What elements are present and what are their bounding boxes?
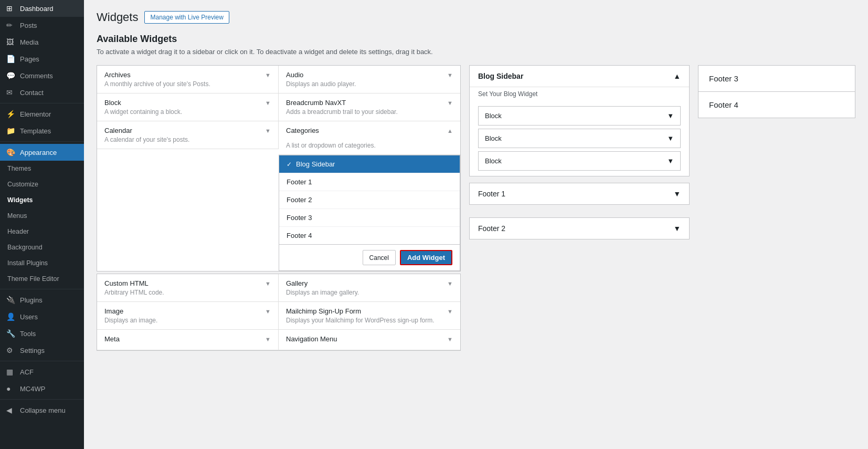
widget-block-name: Block ▼: [104, 99, 271, 107]
sidebar-item-pages[interactable]: 📄 Pages: [0, 50, 84, 67]
cancel-button[interactable]: Cancel: [363, 250, 396, 265]
chevron-down-icon: ▼: [265, 336, 271, 342]
dropdown-item-blog-sidebar[interactable]: ✓ Blog Sidebar: [279, 155, 460, 173]
sidebar-item-label: Tools: [20, 330, 36, 338]
widgets-left-panel: Archives ▼ A monthly archive of your sit…: [97, 65, 461, 351]
footer-2-label: Footer 2: [478, 224, 505, 233]
dropdown-item-footer-2[interactable]: Footer 2: [279, 191, 460, 209]
sidebar-item-theme-file-editor[interactable]: Theme File Editor: [0, 271, 84, 287]
media-icon: 🖼: [6, 38, 16, 46]
dropdown-label: Blog Sidebar: [296, 160, 335, 168]
sidebar-item-install-plugins[interactable]: Install Plugins: [0, 255, 84, 271]
sidebar-item-widgets[interactable]: Widgets: [0, 192, 84, 208]
chevron-down-icon: ▼: [265, 128, 271, 134]
sidebar-item-mc4wp[interactable]: ● MC4WP: [0, 380, 84, 397]
widget-image-desc: Displays an image.: [104, 317, 271, 324]
sidebar-sub-label: Widgets: [7, 196, 33, 204]
settings-icon: ⚙: [6, 346, 16, 354]
widget-breadcrumb-navxt[interactable]: Breadcrumb NavXT ▼ Adds a breadcrumb tra…: [279, 93, 460, 121]
block-row-1[interactable]: Block ▼: [478, 106, 681, 126]
footer-1-panel[interactable]: Footer 1 ▼: [469, 183, 690, 205]
sidebar-divider-3: [0, 289, 84, 289]
widget-block-desc: A widget containing a block.: [104, 108, 271, 116]
widget-mailchimp[interactable]: Mailchimp Sign-Up Form ▼ Displays your M…: [279, 302, 460, 330]
widget-image-name: Image ▼: [104, 307, 271, 315]
widget-meta[interactable]: Meta ▼: [97, 330, 279, 350]
sidebar-item-comments[interactable]: 💬 Comments: [0, 67, 84, 84]
sidebar-item-customize[interactable]: Customize: [0, 176, 84, 192]
sidebar-item-label: Appearance: [20, 149, 57, 156]
widget-block[interactable]: Block ▼ A widget containing a block.: [97, 93, 279, 121]
dropdown-actions: Cancel Add Widget: [279, 245, 460, 271]
sidebar-item-posts[interactable]: ✏ Posts: [0, 17, 84, 34]
chevron-down-icon: ▼: [447, 280, 453, 287]
sidebar-item-acf[interactable]: ▦ ACF: [0, 363, 84, 380]
widget-gallery-desc: Displays an image gallery.: [286, 289, 453, 296]
sidebar-divider-4: [0, 361, 84, 361]
sidebar-item-background[interactable]: Background: [0, 239, 84, 255]
sidebar-sub-label: Header: [7, 228, 29, 235]
sidebar-item-dashboard[interactable]: ⊞ Dashboard: [0, 0, 84, 17]
footer-4-panel[interactable]: Footer 4: [698, 91, 855, 118]
widgets-far-right-panel: Footer 3 Footer 4: [698, 65, 855, 118]
posts-icon: ✏: [6, 21, 16, 29]
sidebar-item-menus[interactable]: Menus: [0, 208, 84, 224]
widget-navigation-menu[interactable]: Navigation Menu ▼: [279, 330, 460, 350]
sidebar-item-plugins[interactable]: 🔌 Plugins: [0, 291, 84, 308]
sidebar-divider: [0, 103, 84, 103]
sidebar-item-elementor[interactable]: ⚡ Elementor: [0, 106, 84, 122]
appearance-icon: 🎨: [6, 148, 16, 156]
sidebar-sub-label: Themes: [7, 165, 31, 172]
chevron-down-icon: ▼: [265, 72, 271, 78]
sidebar-item-appearance[interactable]: 🎨 Appearance: [0, 144, 84, 161]
widget-audio-desc: Displays an audio player.: [286, 80, 453, 88]
widget-archives-name: Archives ▼: [104, 71, 271, 79]
dropdown-item-footer-1[interactable]: Footer 1: [279, 173, 460, 191]
sidebar-item-label: Pages: [20, 55, 39, 63]
widget-archives[interactable]: Archives ▼ A monthly archive of your sit…: [97, 66, 279, 93]
sidebar-item-settings[interactable]: ⚙ Settings: [0, 342, 84, 359]
sidebar: ⊞ Dashboard ✏ Posts 🖼 Media 📄 Pages 💬 Co…: [0, 0, 84, 449]
widget-image[interactable]: Image ▼ Displays an image.: [97, 302, 279, 330]
dashboard-icon: ⊞: [6, 4, 16, 13]
block-row-2[interactable]: Block ▼: [478, 129, 681, 148]
sidebar-item-media[interactable]: 🖼 Media: [0, 34, 84, 50]
widget-custom-html[interactable]: Custom HTML ▼ Arbitrary HTML code.: [97, 274, 279, 302]
block-row-3[interactable]: Block ▼: [478, 151, 681, 171]
sidebar-sub-label: Theme File Editor: [7, 275, 59, 283]
sidebar-divider-5: [0, 399, 84, 400]
chevron-down-icon: ▼: [447, 336, 453, 342]
chevron-down-icon: ▼: [447, 100, 453, 106]
available-widgets-desc: To activate a widget drag it to a sideba…: [97, 48, 855, 56]
footer-2-panel[interactable]: Footer 2 ▼: [469, 217, 690, 239]
templates-icon: 📁: [6, 127, 16, 135]
widget-categories-header[interactable]: Categories ▲: [279, 121, 460, 140]
widget-calendar-desc: A calendar of your site's posts.: [104, 136, 271, 143]
dropdown-label: Footer 1: [287, 178, 312, 186]
footer-3-panel[interactable]: Footer 3: [698, 65, 855, 91]
widget-mailchimp-desc: Displays your Mailchimp for WordPress si…: [286, 317, 453, 324]
sidebar-item-label: ACF: [20, 368, 34, 376]
sidebar-item-label: Elementor: [20, 110, 51, 118]
widget-audio[interactable]: Audio ▼ Displays an audio player.: [279, 66, 460, 93]
sidebar-item-label: Collapse menu: [20, 406, 66, 414]
widget-gallery[interactable]: Gallery ▼ Displays an image gallery.: [279, 274, 460, 302]
sidebar-item-contact[interactable]: ✉ Contact: [0, 84, 84, 101]
sidebar-item-collapse[interactable]: ◀ Collapse menu: [0, 402, 84, 419]
sidebar-item-label: MC4WP: [20, 385, 45, 393]
widget-calendar[interactable]: Calendar ▼ A calendar of your site's pos…: [97, 121, 279, 149]
sidebar-item-label: Comments: [20, 72, 53, 80]
dropdown-item-footer-4[interactable]: Footer 4: [279, 227, 460, 244]
widget-categories-name: Categories: [286, 127, 319, 134]
add-widget-button[interactable]: Add Widget: [400, 250, 452, 265]
manage-live-preview-button[interactable]: Manage with Live Preview: [144, 11, 229, 24]
footer-4-label: Footer 4: [709, 100, 738, 109]
dropdown-item-footer-3[interactable]: Footer 3: [279, 209, 460, 227]
sidebar-item-themes[interactable]: Themes: [0, 161, 84, 176]
sidebar-item-templates[interactable]: 📁 Templates: [0, 122, 84, 139]
blog-sidebar-panel: Blog Sidebar ▲ Set Your Blog Widget Bloc…: [469, 65, 690, 176]
sidebar-item-label: Plugins: [20, 296, 43, 304]
sidebar-item-tools[interactable]: 🔧 Tools: [0, 325, 84, 342]
sidebar-item-header[interactable]: Header: [0, 224, 84, 239]
sidebar-item-users[interactable]: 👤 Users: [0, 308, 84, 325]
